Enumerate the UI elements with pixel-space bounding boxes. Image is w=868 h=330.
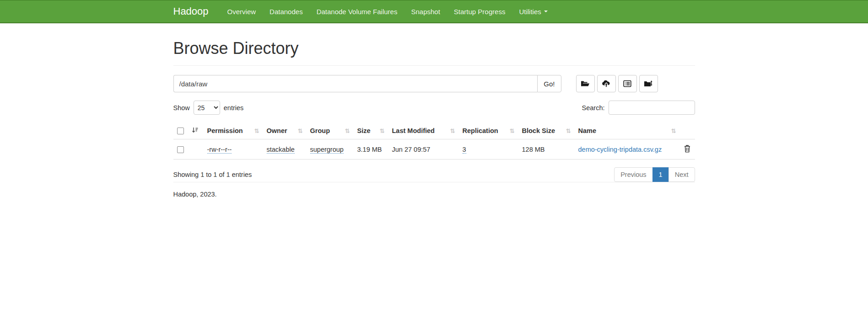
list-alt-icon xyxy=(623,80,631,87)
file-toolbar xyxy=(576,75,660,92)
main-content: Browse Directory Go! xyxy=(173,39,695,198)
nav-item-utilities[interactable]: Utilities xyxy=(512,0,554,23)
nav-item-snapshot[interactable]: Snapshot xyxy=(404,0,447,23)
pagination-next[interactable]: Next xyxy=(669,167,695,182)
upload-files-button[interactable] xyxy=(597,75,616,92)
nav-item-datanodes[interactable]: Datanodes xyxy=(263,0,310,23)
block-size-cell: 128 MB xyxy=(518,139,575,160)
path-input-group: Go! xyxy=(173,75,561,92)
page-size-select[interactable]: 25 xyxy=(194,101,220,115)
folder-open-icon xyxy=(581,80,590,87)
navbar: Hadoop Overview Datanodes Datanode Volum… xyxy=(0,0,868,23)
go-button[interactable]: Go! xyxy=(537,75,561,92)
row-checkbox[interactable] xyxy=(177,146,184,153)
size-cell: 3.19 MB xyxy=(354,139,388,160)
sort-icon: ⇅ xyxy=(254,127,259,134)
group-cell: supergroup xyxy=(307,139,354,160)
table-header-row: Permission⇅ Owner⇅ Group⇅ Size⇅ Last Mod… xyxy=(173,122,695,139)
sort-icon: ⇅ xyxy=(380,127,384,134)
file-info-button[interactable] xyxy=(618,75,637,92)
owner-cell: stackable xyxy=(263,139,307,160)
title-divider xyxy=(173,65,695,66)
pagination: Previous 1 Next xyxy=(615,167,695,182)
sort-icon: ⇅ xyxy=(671,127,676,134)
create-directory-button[interactable] xyxy=(576,75,595,92)
select-all-header[interactable] xyxy=(173,122,204,139)
permission-value[interactable]: -rw-r--r-- xyxy=(207,146,232,154)
sort-icon: ⇅ xyxy=(345,127,350,134)
pagination-page-1[interactable]: 1 xyxy=(653,167,669,182)
file-table: Permission⇅ Owner⇅ Group⇅ Size⇅ Last Mod… xyxy=(173,122,695,160)
delete-file-button[interactable] xyxy=(684,144,691,154)
move-file-button[interactable] xyxy=(639,75,658,92)
search-input[interactable] xyxy=(609,101,695,115)
owner-value[interactable]: stackable xyxy=(267,146,295,154)
navbar-menu: Overview Datanodes Datanode Volume Failu… xyxy=(221,0,555,22)
select-all-checkbox[interactable] xyxy=(177,128,184,134)
column-header-permission[interactable]: Permission⇅ xyxy=(204,122,263,139)
directory-path-input[interactable] xyxy=(173,75,538,92)
table-footer: Showing 1 to 1 of 1 entries Previous 1 N… xyxy=(173,167,695,182)
cloud-upload-icon xyxy=(602,80,611,87)
caret-down-icon xyxy=(544,11,548,12)
last-modified-cell: Jun 27 09:57 xyxy=(388,139,459,160)
replication-value[interactable]: 3 xyxy=(463,146,466,154)
replication-cell: 3 xyxy=(459,139,518,160)
column-header-block-size[interactable]: Block Size⇅ xyxy=(518,122,575,139)
column-header-actions xyxy=(680,122,695,139)
file-name-link[interactable]: demo-cycling-tripdata.csv.gz xyxy=(578,146,662,153)
table-row: -rw-r--r-- stackable supergroup 3.19 MB … xyxy=(173,139,695,160)
nav-item-overview[interactable]: Overview xyxy=(221,0,263,23)
trash-icon xyxy=(684,147,691,154)
page-length-control: Show 25 entries xyxy=(173,101,244,115)
search-control: Search: xyxy=(582,101,695,115)
table-controls: Show 25 entries Search: xyxy=(173,101,695,115)
folder-move-icon xyxy=(644,80,653,87)
search-label: Search: xyxy=(582,104,605,112)
navbar-brand[interactable]: Hadoop xyxy=(173,5,209,17)
nav-item-startup-progress[interactable]: Startup Progress xyxy=(447,0,512,23)
nav-item-datanode-volume-failures[interactable]: Datanode Volume Failures xyxy=(310,0,404,23)
permission-cell: -rw-r--r-- xyxy=(204,139,263,160)
column-header-group[interactable]: Group⇅ xyxy=(307,122,354,139)
group-value[interactable]: supergroup xyxy=(310,146,344,154)
column-header-replication[interactable]: Replication⇅ xyxy=(459,122,518,139)
column-header-name[interactable]: Name⇅ xyxy=(575,122,680,139)
sort-amount-icon xyxy=(192,127,198,134)
entries-label: entries xyxy=(224,104,244,112)
row-select-cell xyxy=(173,139,204,160)
show-label: Show xyxy=(173,104,190,112)
footer-text: Hadoop, 2023. xyxy=(173,191,695,198)
column-header-owner[interactable]: Owner⇅ xyxy=(263,122,307,139)
sort-icon: ⇅ xyxy=(298,127,302,134)
column-header-last-modified[interactable]: Last Modified⇅ xyxy=(388,122,459,139)
footer-divider xyxy=(173,182,695,182)
sort-icon: ⇅ xyxy=(566,127,571,134)
sort-icon: ⇅ xyxy=(450,127,455,134)
entries-summary: Showing 1 to 1 of 1 entries xyxy=(173,171,252,178)
path-bar: Go! xyxy=(173,75,695,92)
sort-icon: ⇅ xyxy=(510,127,514,134)
page-title: Browse Directory xyxy=(173,39,695,58)
name-cell: demo-cycling-tripdata.csv.gz xyxy=(575,139,680,160)
column-header-size[interactable]: Size⇅ xyxy=(354,122,388,139)
actions-cell xyxy=(680,139,695,160)
pagination-previous[interactable]: Previous xyxy=(615,167,652,182)
